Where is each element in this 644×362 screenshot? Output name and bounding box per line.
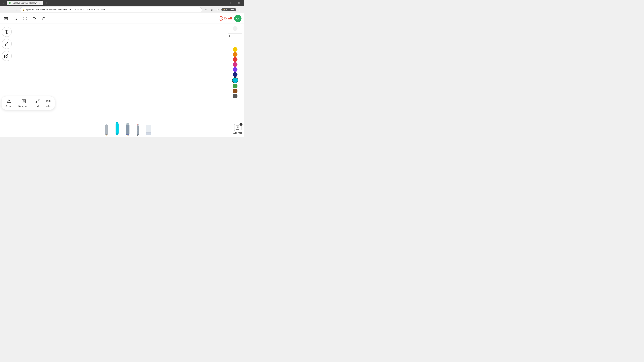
- extensions-button[interactable]: ⊞: [209, 7, 214, 12]
- svg-rect-38: [137, 124, 138, 125]
- svg-marker-31: [116, 135, 118, 136]
- pencil-tool-2[interactable]: [125, 123, 130, 137]
- back-button[interactable]: ←: [2, 7, 7, 12]
- text-tool-button[interactable]: T: [2, 27, 12, 37]
- voice-icon: [46, 99, 51, 104]
- tab-bar: ▾ S Creative Canvas - Seesaw × + ─ □ ✕: [0, 0, 244, 6]
- color-dark-blue[interactable]: [233, 72, 238, 77]
- split-button[interactable]: ⧉: [215, 7, 220, 12]
- drawing-canvas[interactable]: [14, 23, 226, 137]
- link-tool[interactable]: Link: [34, 98, 41, 108]
- svg-point-11: [5, 45, 6, 46]
- eraser-tool[interactable]: [145, 124, 152, 137]
- camera-tool-button[interactable]: [2, 51, 12, 61]
- color-pink[interactable]: [233, 62, 238, 67]
- svg-rect-24: [106, 124, 107, 125]
- history-button[interactable]: ▾: [1, 1, 6, 5]
- refresh-button[interactable]: ↻: [14, 7, 19, 12]
- marker-cyan-tool[interactable]: [114, 122, 120, 137]
- svg-rect-21: [236, 126, 239, 129]
- svg-rect-14: [22, 99, 26, 103]
- bookmark-button[interactable]: ☆: [203, 7, 208, 12]
- page-number: 1: [229, 34, 230, 37]
- pen-tool-button[interactable]: [2, 39, 12, 49]
- redo-button[interactable]: [40, 15, 47, 22]
- svg-rect-16: [24, 100, 25, 101]
- zoom-button[interactable]: [12, 15, 19, 22]
- svg-marker-41: [137, 135, 138, 136]
- panel-toggle-button[interactable]: ›: [233, 26, 238, 31]
- color-purple[interactable]: [233, 67, 238, 72]
- draft-text: Draft: [224, 16, 232, 20]
- fullscreen-button[interactable]: [22, 15, 28, 22]
- add-page-plus-icon: +: [240, 123, 242, 126]
- tab-title: Creative Canvas - Seesaw: [13, 2, 36, 4]
- voice-label: Voice: [46, 105, 51, 107]
- text-tool-icon: T: [5, 29, 8, 35]
- browser-menu-button[interactable]: ⋮: [238, 7, 242, 12]
- close-button[interactable]: ✕: [235, 0, 243, 6]
- link-icon: [35, 99, 40, 104]
- background-icon: [22, 99, 26, 104]
- svg-rect-44: [146, 133, 151, 135]
- svg-rect-0: [5, 18, 8, 20]
- forward-button[interactable]: →: [8, 7, 13, 12]
- voice-tool[interactable]: Voice: [44, 98, 52, 108]
- popup-toolbar: Shapes Background: [1, 96, 55, 110]
- draft-button[interactable]: Draft: [218, 16, 232, 21]
- page-options-button[interactable]: ···: [239, 34, 241, 37]
- delete-button[interactable]: [3, 15, 10, 22]
- color-green[interactable]: [233, 84, 238, 88]
- color-cyan[interactable]: [232, 77, 238, 83]
- color-orange[interactable]: [233, 52, 238, 57]
- shapes-label: Shapes: [6, 105, 12, 107]
- toolbar-right: Draft: [218, 15, 242, 22]
- svg-rect-18: [24, 101, 25, 102]
- background-tool[interactable]: Background: [17, 98, 30, 108]
- tab-creative-canvas[interactable]: S Creative Canvas - Seesaw ×: [7, 1, 43, 5]
- confirm-button[interactable]: [234, 15, 242, 22]
- undo-button[interactable]: [31, 15, 38, 22]
- incognito-text: Incognito: [226, 8, 234, 11]
- address-url: app.seesaw.me/#/item/new/class/class.e01…: [26, 8, 200, 11]
- svg-rect-28: [116, 122, 118, 123]
- tab-favicon: S: [9, 2, 12, 4]
- svg-rect-32: [126, 123, 129, 125]
- shapes-icon: [6, 99, 11, 104]
- color-palette: [232, 47, 238, 98]
- toolbar-left: [3, 15, 216, 22]
- mechanical-pencil-tool[interactable]: [136, 124, 140, 137]
- svg-rect-33: [126, 125, 130, 134]
- address-bar[interactable]: 🔒 app.seesaw.me/#/item/new/class/class.e…: [20, 7, 202, 12]
- browser-window: ▾ S Creative Canvas - Seesaw × + ─ □ ✕ ←…: [0, 0, 244, 13]
- svg-rect-15: [23, 100, 24, 101]
- toolbar: Draft: [0, 13, 244, 23]
- canvas-area: T: [0, 23, 244, 137]
- incognito-badge: 🕵 Incognito: [221, 8, 236, 11]
- pencil-tool-1[interactable]: [104, 123, 109, 137]
- color-dark-gray[interactable]: [233, 94, 238, 98]
- minimize-button[interactable]: ─: [218, 0, 226, 6]
- left-panel: T: [0, 23, 14, 137]
- svg-line-19: [37, 100, 38, 102]
- link-label: Link: [36, 105, 40, 107]
- color-red[interactable]: [233, 57, 238, 62]
- add-page-icon: +: [234, 124, 242, 131]
- new-tab-button[interactable]: +: [44, 1, 49, 5]
- page-thumbnail[interactable]: 1 ···: [228, 33, 242, 44]
- address-lock-icon: 🔒: [22, 8, 25, 11]
- browser-nav-right: ☆ ⊞ ⧉ 🕵 Incognito ⋮: [203, 7, 242, 12]
- svg-rect-25: [105, 125, 108, 134]
- color-brown[interactable]: [233, 89, 238, 93]
- add-page-button[interactable]: + Add Page: [233, 124, 242, 134]
- shapes-tool[interactable]: Shapes: [4, 98, 14, 108]
- tab-close-button[interactable]: ×: [38, 2, 41, 4]
- svg-point-9: [219, 16, 223, 20]
- svg-rect-37: [137, 126, 139, 134]
- svg-rect-40: [137, 134, 139, 135]
- color-yellow[interactable]: [233, 47, 238, 52]
- nav-bar: ← → ↻ 🔒 app.seesaw.me/#/item/new/class/c…: [0, 6, 244, 13]
- background-label: Background: [18, 105, 29, 107]
- svg-line-6: [16, 19, 17, 20]
- maximize-button[interactable]: □: [227, 0, 234, 6]
